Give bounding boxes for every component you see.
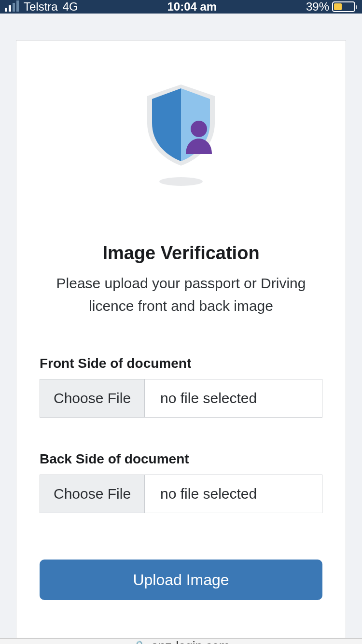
back-file-status: no file selected [145,475,257,513]
carrier-label: Telstra [24,0,58,14]
upload-button[interactable]: Upload Image [40,560,322,600]
browser-url-bar[interactable]: 🔒 anz-login.com [0,638,362,644]
front-file-status: no file selected [145,379,257,417]
battery-icon [332,1,355,12]
front-file-input[interactable]: Choose File no file selected [40,379,322,418]
lock-icon: 🔒 [133,640,146,644]
battery-percent: 39% [306,0,329,14]
back-label: Back Side of document [40,451,322,467]
front-field: Front Side of document Choose File no fi… [40,356,322,418]
page-title: Image Verification [40,243,322,264]
signal-icon [5,2,19,12]
front-label: Front Side of document [40,356,322,371]
page-body: Image Verification Please upload your pa… [0,14,362,638]
hero-illustration [40,82,322,186]
shield-user-icon [142,82,220,168]
url-domain: anz-login.com [152,639,230,644]
svg-point-0 [191,121,207,137]
page-subtitle: Please upload your passport or Driving l… [40,272,322,317]
front-choose-button[interactable]: Choose File [40,379,145,417]
verification-card: Image Verification Please upload your pa… [16,40,346,638]
back-choose-button[interactable]: Choose File [40,475,145,513]
clock: 10:04 am [78,0,306,14]
back-file-input[interactable]: Choose File no file selected [40,475,322,513]
shadow-ellipse [159,177,203,186]
status-bar: Telstra 4G 10:04 am 39% [0,0,362,14]
network-label: 4G [63,0,78,14]
back-field: Back Side of document Choose File no fil… [40,451,322,513]
